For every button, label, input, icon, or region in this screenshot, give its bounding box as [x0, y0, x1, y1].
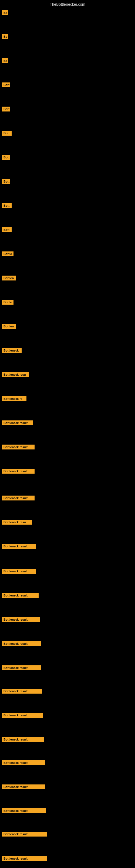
list-item: Bottleneck result: [1, 686, 42, 696]
bottleneck-label: Bottleneck resu: [2, 520, 32, 525]
bottleneck-label: Bottle: [2, 251, 13, 256]
bottleneck-label: Bottleneck result: [2, 665, 41, 670]
bottleneck-label: Bottleneck result: [2, 593, 39, 598]
list-item: Bottleneck resu: [1, 518, 32, 527]
bottleneck-label: Bott: [2, 179, 10, 184]
list-item: Bottleneck result: [1, 758, 45, 767]
bottleneck-label: Bott: [2, 106, 10, 112]
list-item: Bott: [1, 225, 12, 235]
list-item: Bottleneck result: [1, 830, 47, 839]
list-item: Bottleneck result: [1, 442, 35, 452]
bottleneck-label: Bottleneck result: [2, 421, 33, 425]
list-item: Bottle: [1, 249, 13, 258]
list-item: Bottleneck result: [1, 467, 35, 476]
list-item: Bottleneck result: [1, 567, 36, 576]
bottleneck-label: Bott: [2, 227, 12, 232]
list-item: Bottleneck result: [1, 418, 33, 428]
list-item: Bottleneck resu: [1, 370, 29, 379]
list-item: Bottleneck re: [1, 394, 27, 403]
bottleneck-label: Bo: [2, 58, 8, 63]
bottleneck-label: Bottleneck re: [2, 396, 27, 401]
bottleneck-label: Bottleneck result: [2, 569, 36, 574]
list-item: Bo: [1, 8, 8, 18]
bottleneck-label: Bottleneck resu: [2, 372, 29, 377]
list-item: Bottleneck result: [1, 711, 43, 720]
bottleneck-label: Bottlen: [2, 276, 16, 280]
bottleneck-label: Bottleneck result: [2, 808, 46, 813]
bottleneck-label: Bottleneck: [2, 348, 21, 353]
list-item: Bottleneck: [1, 346, 21, 355]
bottleneck-label: Bottleneck result: [2, 856, 47, 861]
bottleneck-label: Bott: [2, 155, 10, 160]
bottleneck-label: Bottleneck result: [2, 496, 35, 500]
list-item: Bottleneck result: [1, 735, 44, 744]
list-item: Bott: [1, 177, 10, 186]
list-item: Bott: [1, 129, 12, 138]
list-item: Bott: [1, 201, 12, 210]
list-item: Bott: [1, 104, 10, 114]
list-item: Bottleneck result: [1, 542, 36, 551]
bottleneck-label: Bottleneck result: [2, 832, 47, 837]
bottleneck-label: Bottleneck result: [2, 713, 43, 718]
bottleneck-label: Bottleneck result: [2, 617, 40, 622]
bottleneck-label: Bo: [2, 34, 8, 39]
list-item: Bott: [1, 80, 10, 90]
bottleneck-label: Bottleneck result: [2, 444, 35, 450]
bottleneck-label: Bott: [2, 83, 10, 87]
list-item: Bottleneck result: [1, 615, 40, 624]
bottleneck-label: Bottleneck result: [2, 760, 45, 765]
list-item: Bott: [1, 153, 10, 162]
bottleneck-label: Bottleneck result: [2, 689, 42, 693]
list-item: Bottleneck result: [1, 591, 39, 600]
list-item: Bottleneck result: [1, 854, 47, 863]
list-item: Bottleneck result: [1, 782, 45, 792]
bottleneck-label: Bottle: [2, 300, 13, 305]
bottleneck-label: Bottleneck result: [2, 784, 45, 789]
list-item: Bottleneck result: [1, 663, 41, 673]
bottleneck-label: Bottlen: [2, 324, 16, 329]
bottleneck-label: Bottleneck result: [2, 469, 35, 474]
list-item: Bottleneck result: [1, 639, 41, 648]
site-title: TheBottlenecker.com: [0, 0, 135, 8]
bottleneck-label: Bottleneck result: [2, 641, 41, 646]
list-item: Bottleneck result: [1, 806, 46, 815]
list-item: Bottlen: [1, 273, 16, 283]
bottleneck-label: Bottleneck result: [2, 544, 36, 549]
list-item: Bottle: [1, 298, 13, 307]
list-item: Bo: [1, 56, 8, 65]
list-item: Bottleneck result: [1, 493, 35, 503]
list-item: Bo: [1, 32, 8, 41]
bottleneck-label: Bott: [2, 203, 12, 208]
bottleneck-label: Bo: [2, 10, 8, 15]
bottleneck-label: Bott: [2, 131, 12, 135]
list-item: Bottlen: [1, 322, 16, 331]
bottleneck-label: Bottleneck result: [2, 737, 44, 742]
